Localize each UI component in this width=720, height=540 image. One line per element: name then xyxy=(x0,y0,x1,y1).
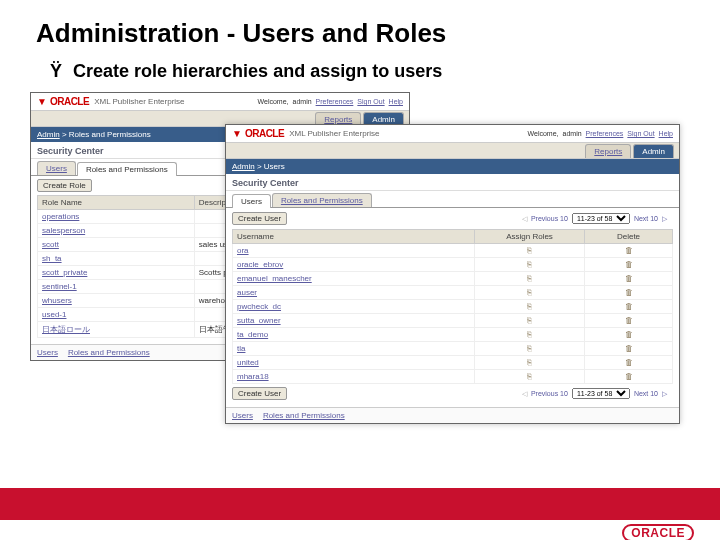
user-link[interactable]: pwcheck_dc xyxy=(237,302,281,311)
delete-icon[interactable]: 🗑 xyxy=(624,260,634,269)
create-role-button[interactable]: Create Role xyxy=(37,179,92,192)
user-link[interactable]: sutta_owner xyxy=(237,316,281,325)
subtab-roles[interactable]: Roles and Permissions xyxy=(272,193,372,207)
assign-roles-icon[interactable]: ⎘ xyxy=(525,288,535,297)
link-signout[interactable]: Sign Out xyxy=(627,130,654,137)
crumb-admin[interactable]: Admin xyxy=(37,130,60,139)
table-row: auser⎘🗑 xyxy=(233,286,673,300)
table-row: ta_demo⎘🗑 xyxy=(233,328,673,342)
pager-bottom: ◁ Previous 10 11-23 of 58 Next 10 ▷ xyxy=(516,386,673,401)
user-link[interactable]: emanuel_manescher xyxy=(237,274,312,283)
pager-next-icon[interactable]: ▷ xyxy=(662,215,667,223)
assign-roles-icon[interactable]: ⎘ xyxy=(525,302,535,311)
role-link[interactable]: sentinel-1 xyxy=(42,282,77,291)
pager-next[interactable]: Next 10 xyxy=(634,390,658,397)
link-preferences[interactable]: Preferences xyxy=(316,98,354,105)
table-row: pwcheck_dc⎘🗑 xyxy=(233,300,673,314)
footer-subtabs: Users Roles and Permissions xyxy=(226,407,679,423)
link-signout[interactable]: Sign Out xyxy=(357,98,384,105)
pager-range-select[interactable]: 11-23 of 58 xyxy=(572,388,630,399)
subtab-users[interactable]: Users xyxy=(37,161,76,175)
user-link[interactable]: ora xyxy=(237,246,249,255)
assign-roles-icon[interactable]: ⎘ xyxy=(525,372,535,381)
delete-icon[interactable]: 🗑 xyxy=(624,274,634,283)
pager-next-icon[interactable]: ▷ xyxy=(662,390,667,398)
slide-bullet: Ÿ Create role hierarchies and assign to … xyxy=(0,57,720,92)
pager-prev[interactable]: Previous 10 xyxy=(531,215,568,222)
top-links: Welcome, admin Preferences Sign Out Help xyxy=(258,98,403,105)
footer-roles[interactable]: Roles and Permissions xyxy=(68,348,150,357)
bullet-text: Create role hierarchies and assign to us… xyxy=(73,61,442,81)
assign-roles-icon[interactable]: ⎘ xyxy=(525,330,535,339)
tab-admin[interactable]: Admin xyxy=(633,144,674,158)
delete-icon[interactable]: 🗑 xyxy=(624,316,634,325)
user-link[interactable]: tla xyxy=(237,344,245,353)
create-user-button[interactable]: Create User xyxy=(232,212,287,225)
link-help[interactable]: Help xyxy=(389,98,403,105)
delete-icon[interactable]: 🗑 xyxy=(624,358,634,367)
welcome-user: admin xyxy=(293,98,312,105)
topbar: ▼ ORACLE XML Publisher Enterprise Welcom… xyxy=(31,93,409,110)
pager-next[interactable]: Next 10 xyxy=(634,215,658,222)
crumb-leaf: Users xyxy=(264,162,285,171)
col-delete: Delete xyxy=(585,230,673,244)
footer-roles[interactable]: Roles and Permissions xyxy=(263,411,345,420)
user-link[interactable]: auser xyxy=(237,288,257,297)
brand-product: XML Publisher Enterprise xyxy=(289,129,379,138)
delete-icon[interactable]: 🗑 xyxy=(624,288,634,297)
role-link[interactable]: sh_ta xyxy=(42,254,62,263)
crumb-leaf: Roles and Permissions xyxy=(69,130,151,139)
user-link[interactable]: oracle_ebrov xyxy=(237,260,283,269)
role-link[interactable]: 日本語ロール xyxy=(42,325,90,334)
welcome-prefix: Welcome, xyxy=(258,98,289,105)
brand-triangle-icon: ▼ xyxy=(232,128,242,139)
col-assign: Assign Roles xyxy=(475,230,585,244)
role-link[interactable]: salesperson xyxy=(42,226,85,235)
col-username: Username xyxy=(233,230,475,244)
subtab-roles[interactable]: Roles and Permissions xyxy=(77,162,177,176)
logo-wrap: ORACLE xyxy=(0,520,720,540)
topbar: ▼ ORACLE XML Publisher Enterprise Welcom… xyxy=(226,125,679,142)
pager-top: ◁ Previous 10 11-23 of 58 Next 10 ▷ xyxy=(516,211,673,226)
top-links: Welcome, admin Preferences Sign Out Help xyxy=(528,130,673,137)
pager-prev[interactable]: Previous 10 xyxy=(531,390,568,397)
oracle-logo: ORACLE xyxy=(622,524,694,540)
delete-icon[interactable]: 🗑 xyxy=(624,246,634,255)
section-header: Security Center xyxy=(226,174,679,191)
crumb-admin[interactable]: Admin xyxy=(232,162,255,171)
link-help[interactable]: Help xyxy=(659,130,673,137)
user-link[interactable]: ta_demo xyxy=(237,330,268,339)
brand-product: XML Publisher Enterprise xyxy=(94,97,184,106)
role-link[interactable]: scott_private xyxy=(42,268,87,277)
footer-users[interactable]: Users xyxy=(232,411,253,420)
table-row: mhara18⎘🗑 xyxy=(233,370,673,384)
delete-icon[interactable]: 🗑 xyxy=(624,372,634,381)
user-link[interactable]: mhara18 xyxy=(237,372,269,381)
delete-icon[interactable]: 🗑 xyxy=(624,302,634,311)
delete-icon[interactable]: 🗑 xyxy=(624,344,634,353)
table-row: oracle_ebrov⎘🗑 xyxy=(233,258,673,272)
role-link[interactable]: operations xyxy=(42,212,79,221)
delete-icon[interactable]: 🗑 xyxy=(624,330,634,339)
table-row: tla⎘🗑 xyxy=(233,342,673,356)
role-link[interactable]: whusers xyxy=(42,296,72,305)
assign-roles-icon[interactable]: ⎘ xyxy=(525,274,535,283)
tab-reports[interactable]: Reports xyxy=(585,144,631,158)
assign-roles-icon[interactable]: ⎘ xyxy=(525,316,535,325)
role-link[interactable]: scott xyxy=(42,240,59,249)
pager-range-select[interactable]: 11-23 of 58 xyxy=(572,213,630,224)
slide-footer: ORACLE xyxy=(0,488,720,540)
user-link[interactable]: united xyxy=(237,358,259,367)
create-user-button-bottom[interactable]: Create User xyxy=(232,387,287,400)
brand-oracle: ORACLE xyxy=(50,96,89,107)
assign-roles-icon[interactable]: ⎘ xyxy=(525,260,535,269)
footer-users[interactable]: Users xyxy=(37,348,58,357)
subtabs: Users Roles and Permissions xyxy=(226,193,679,208)
welcome-user: admin xyxy=(563,130,582,137)
assign-roles-icon[interactable]: ⎘ xyxy=(525,358,535,367)
assign-roles-icon[interactable]: ⎘ xyxy=(525,246,535,255)
role-link[interactable]: used-1 xyxy=(42,310,66,319)
subtab-users[interactable]: Users xyxy=(232,194,271,208)
link-preferences[interactable]: Preferences xyxy=(586,130,624,137)
assign-roles-icon[interactable]: ⎘ xyxy=(525,344,535,353)
